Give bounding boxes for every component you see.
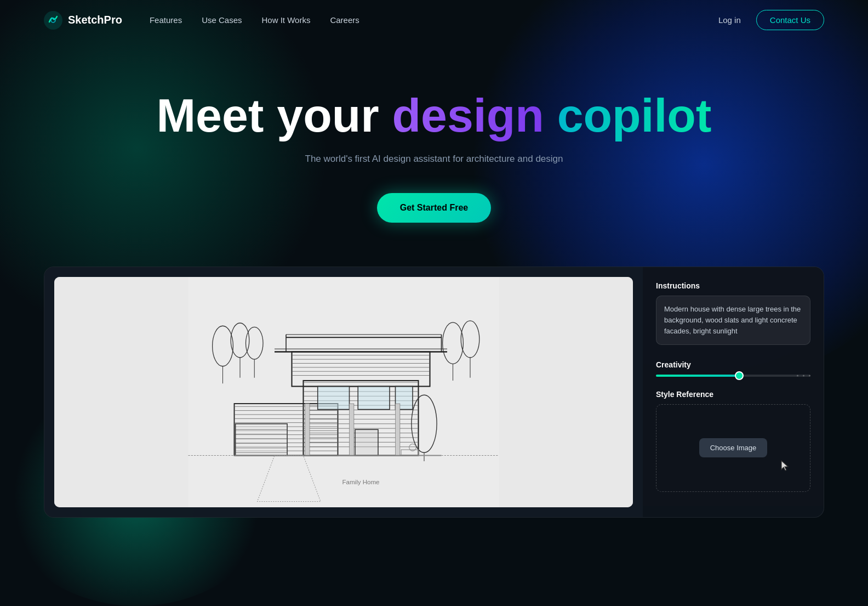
style-reference-label: Style Reference <box>656 390 810 399</box>
svg-rect-67 <box>305 404 310 456</box>
contact-button[interactable]: Contact Us <box>756 10 824 30</box>
cursor-icon <box>780 460 790 472</box>
hero-title-design: design <box>392 89 544 141</box>
svg-point-0 <box>44 11 62 30</box>
nav-link-how-it-works[interactable]: How It Works <box>262 15 311 25</box>
demo-section: Family Home Instructions Creativity <box>44 267 824 518</box>
sketch-container: Family Home <box>54 277 633 507</box>
sketch-panel: Family Home <box>44 267 643 517</box>
instructions-label: Instructions <box>656 281 810 290</box>
navbar: SketchPro Features Use Cases How It Work… <box>0 0 868 40</box>
hero-title: Meet your design copilot <box>44 89 824 141</box>
creativity-slider-thumb[interactable] <box>735 371 744 380</box>
choose-image-button[interactable]: Choose Image <box>699 438 768 457</box>
logo-icon <box>44 11 62 30</box>
architectural-sketch: Family Home <box>54 277 633 507</box>
svg-rect-57 <box>358 386 390 409</box>
hero-title-mid <box>544 89 557 141</box>
nav-link-features[interactable]: Features <box>150 15 182 25</box>
instructions-section: Instructions <box>656 281 810 360</box>
logo-text: SketchPro <box>68 14 122 26</box>
svg-text:Family Home: Family Home <box>342 479 380 485</box>
hero-title-copilot: copilot <box>557 89 712 141</box>
hero-subtitle: The world's first AI design assistant fo… <box>44 154 824 165</box>
nav-links: Features Use Cases How It Works Careers <box>150 15 359 25</box>
instructions-input[interactable] <box>656 296 810 345</box>
creativity-slider-fill <box>656 375 739 377</box>
logo[interactable]: SketchPro <box>44 11 122 30</box>
svg-rect-56 <box>318 386 350 409</box>
hero-section: Meet your design copilot The world's fir… <box>0 40 868 256</box>
slider-dot-2 <box>803 375 804 376</box>
nav-link-careers[interactable]: Careers <box>330 15 359 25</box>
controls-panel: Instructions Creativity Style Reference … <box>643 267 824 506</box>
get-started-button[interactable]: Get Started Free <box>377 193 491 223</box>
creativity-section: Creativity <box>656 360 810 377</box>
slider-dot-3 <box>809 375 810 376</box>
nav-link-use-cases[interactable]: Use Cases <box>202 15 242 25</box>
login-link[interactable]: Log in <box>718 15 741 25</box>
slider-dot-1 <box>797 375 798 376</box>
style-reference-section: Style Reference Choose Image <box>656 390 810 492</box>
svg-rect-69 <box>396 404 400 456</box>
creativity-slider-track <box>656 375 810 377</box>
style-upload-box[interactable]: Choose Image <box>656 404 810 492</box>
svg-rect-59 <box>236 423 287 455</box>
nav-right: Log in Contact Us <box>718 10 824 30</box>
creativity-label: Creativity <box>656 360 810 369</box>
svg-rect-66 <box>355 429 378 455</box>
nav-left: SketchPro Features Use Cases How It Work… <box>44 11 359 30</box>
slider-dots <box>797 375 810 376</box>
hero-title-start: Meet your <box>156 89 392 141</box>
svg-rect-68 <box>350 404 354 456</box>
